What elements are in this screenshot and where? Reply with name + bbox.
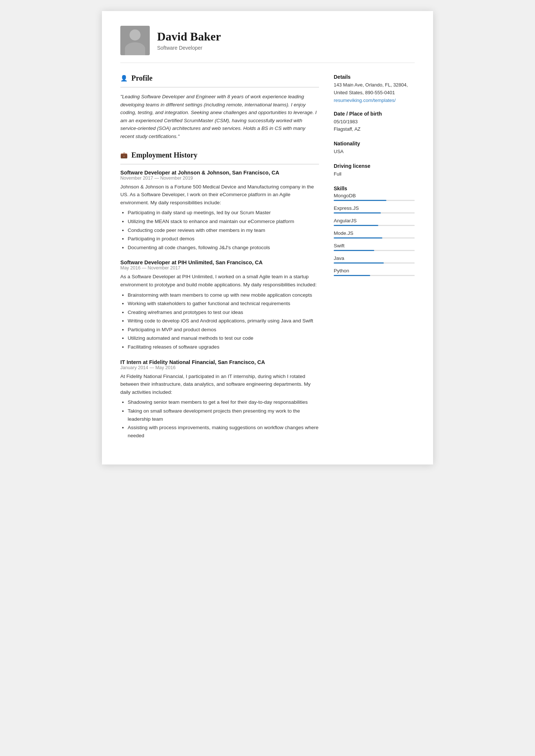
dob-label: Date / Place of birth [334,111,415,117]
skills-title: Skills [334,186,415,191]
nationality-value: USA [334,148,415,156]
left-column: 👤 Profile "Leading Software Developer an… [120,74,319,450]
jobs-container: Software Developer at Johnson & Johnson,… [120,170,319,440]
job-bullet-item: Utilizing automated and manual methods t… [128,334,319,342]
skill-item: AngularJS [334,218,415,226]
skill-bar-fill [334,275,370,276]
job-description: As a Software Developer at PIH Unlimited… [120,273,319,289]
skill-bar-fill [334,200,386,201]
details-title: Details [334,74,415,80]
job-bullet-item: Taking on small software development pro… [128,407,319,423]
job-bullet-item: Conducting code peer reviews with other … [128,226,319,234]
dob-section: Date / Place of birth 05/10/1983 Flagsta… [334,111,415,134]
skill-bar-bg [334,212,415,213]
profile-section: 👤 Profile "Leading Software Developer an… [120,74,319,141]
skill-bar-fill [334,262,384,264]
job-bullet-item: Writing code to develop iOS and Android … [128,317,319,325]
briefcase-icon: 💼 [120,152,128,159]
job-item: Software Developer at PIH Unlimited, San… [120,259,319,351]
job-title: Software Developer at Johnson & Johnson,… [120,170,319,176]
skill-bar-bg [334,200,415,201]
job-bullet-item: Participating in product demos [128,235,319,243]
job-bullet-item: Documenting all code changes, following … [128,244,319,252]
skill-item: MongoDB [334,193,415,201]
job-bullet-item: Shadowing senior team members to get a f… [128,398,319,406]
job-bullet-item: Utilizing the MEAN stack to enhance and … [128,218,319,226]
candidate-name: David Baker [157,30,221,43]
job-dates: November 2017 — November 2019 [120,176,319,181]
skills-container: MongoDBExpress.JSAngularJSMode.JSSwiftJa… [334,193,415,276]
job-bullets: Shadowing senior team members to get a f… [120,398,319,439]
employment-section-title: 💼 Employment History [120,151,319,159]
job-bullet-item: Participating in MVP and product demos [128,326,319,334]
job-title: IT Intern at Fidelity National Financial… [120,359,319,365]
job-bullets: Brainstorming with team members to come … [120,291,319,351]
skill-bar-fill [334,237,382,239]
skill-bar-fill [334,250,374,251]
skill-bar-fill [334,212,381,213]
profile-divider [120,87,319,88]
job-bullet-item: Creating wireframes and prototypes to te… [128,308,319,317]
main-content: 👤 Profile "Leading Software Developer an… [120,74,415,450]
address-line2: United States, 890-555-0401 [334,89,415,97]
details-section: Details 143 Main Ave, Orlando, FL, 32804… [334,74,415,103]
skill-name: Express.JS [334,205,415,211]
job-dates: May 2016 — November 2017 [120,265,319,271]
job-dates: January 2014 — May 2016 [120,365,319,370]
job-item: IT Intern at Fidelity National Financial… [120,359,319,440]
skill-bar-fill [334,225,378,226]
job-bullet-item: Participating in daily stand up meetings… [128,209,319,217]
skill-bar-bg [334,250,415,251]
profile-section-title: 👤 Profile [120,74,319,82]
employment-section: 💼 Employment History Software Developer … [120,151,319,440]
address-line1: 143 Main Ave, Orlando, FL, 32804, [334,81,415,89]
candidate-title: Software Developer [157,45,221,51]
driving-label: Driving license [334,163,415,169]
skills-section: Skills MongoDBExpress.JSAngularJSMode.JS… [334,186,415,276]
skill-bar-bg [334,237,415,239]
job-description: At Fidelity National Financial, I partic… [120,372,319,396]
skill-item: Swift [334,243,415,251]
job-bullet-item: Brainstorming with team members to come … [128,291,319,299]
job-item: Software Developer at Johnson & Johnson,… [120,170,319,252]
job-bullet-item: Working with stakeholders to gather func… [128,300,319,308]
skill-item: Python [334,268,415,276]
pob-value: Flagstaff, AZ [334,126,415,133]
skill-bar-bg [334,262,415,264]
skill-name: Java [334,255,415,261]
skill-item: Express.JS [334,205,415,213]
skill-name: Python [334,268,415,273]
driving-value: Full [334,170,415,178]
skill-bar-bg [334,275,415,276]
job-bullet-item: Assisting with process improvements, mak… [128,424,319,439]
skill-name: Mode.JS [334,230,415,236]
avatar [120,26,150,55]
skill-item: Java [334,255,415,264]
header: David Baker Software Developer [120,26,415,63]
job-title: Software Developer at PIH Unlimited, San… [120,259,319,265]
website-link[interactable]: resumeviking.com/templates/ [334,98,396,103]
job-description: Johnson & Johnson is a Fortune 500 Medic… [120,183,319,207]
skill-item: Mode.JS [334,230,415,239]
right-column: Details 143 Main Ave, Orlando, FL, 32804… [334,74,415,450]
resume-page: David Baker Software Developer 👤 Profile… [102,11,433,464]
skill-bar-bg [334,225,415,226]
driving-section: Driving license Full [334,163,415,178]
job-bullets: Participating in daily stand up meetings… [120,209,319,251]
dob-value: 05/10/1983 [334,118,415,126]
employment-divider [120,164,319,165]
skill-name: AngularJS [334,218,415,223]
nationality-section: Nationality USA [334,141,415,156]
nationality-label: Nationality [334,141,415,146]
profile-text: "Leading Software Developer and Engineer… [120,93,319,141]
skill-name: Swift [334,243,415,248]
profile-icon: 👤 [120,75,128,82]
job-bullet-item: Facilitating releases of software upgrad… [128,343,319,351]
header-info: David Baker Software Developer [157,30,221,50]
skill-name: MongoDB [334,193,415,198]
